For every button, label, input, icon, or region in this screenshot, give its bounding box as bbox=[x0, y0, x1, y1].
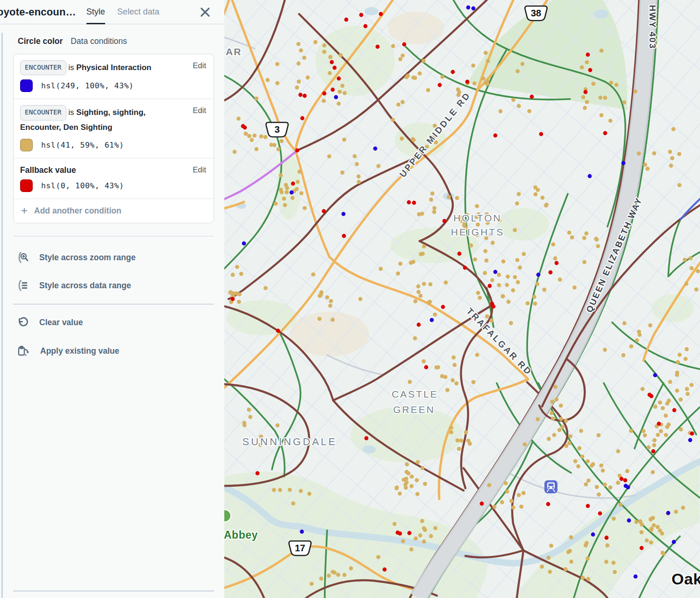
dot-sighting bbox=[515, 69, 520, 73]
map-area[interactable]: 38317ARHOLTONHEIGHTSSUNNINGDALECASTLEGRE… bbox=[224, 0, 700, 598]
dot-sighting bbox=[275, 62, 279, 66]
dot-sighting bbox=[643, 434, 647, 438]
dot-sighting bbox=[457, 90, 461, 94]
dot-sighting bbox=[560, 425, 564, 429]
dot-sighting bbox=[394, 486, 399, 491]
dot-sighting bbox=[285, 190, 289, 194]
dot-sighting bbox=[376, 555, 380, 559]
dot-fallback bbox=[299, 93, 303, 97]
panel-bottom-divider bbox=[13, 591, 214, 591]
dot-sighting bbox=[513, 275, 517, 279]
tab-select-data[interactable]: Select data bbox=[117, 0, 159, 24]
tab-style[interactable]: Style bbox=[86, 0, 105, 24]
dot-sighting bbox=[349, 566, 353, 570]
dot-sighting bbox=[338, 90, 342, 94]
dot-physical-interaction bbox=[672, 540, 676, 544]
close-icon[interactable] bbox=[199, 6, 211, 18]
dot-sighting bbox=[418, 534, 422, 538]
dot-physical-interaction bbox=[621, 161, 626, 165]
dot-sighting bbox=[411, 137, 415, 142]
svg-text:AR: AR bbox=[226, 46, 242, 57]
dot-sighting bbox=[259, 135, 264, 139]
dot-sighting bbox=[638, 519, 643, 523]
dot-physical-interaction bbox=[626, 485, 630, 490]
dot-sighting bbox=[484, 51, 488, 55]
edit-link[interactable]: Edit bbox=[193, 61, 206, 70]
dot-sighting bbox=[689, 256, 693, 260]
dot-sighting bbox=[543, 288, 547, 292]
dot-sighting bbox=[694, 287, 699, 292]
dot-sighting bbox=[612, 561, 616, 565]
dot-sighting bbox=[490, 278, 494, 282]
dot-sighting bbox=[309, 582, 314, 586]
dot-sighting bbox=[250, 138, 254, 142]
svg-text:HOLTON: HOLTON bbox=[453, 213, 502, 223]
style-across-zoom-button[interactable]: Style across zoom range bbox=[17, 251, 214, 263]
color-swatch-blue[interactable] bbox=[20, 79, 33, 92]
condition-card-physical-interaction[interactable]: ENCOUNTER is Physical Interaction Edit h… bbox=[14, 54, 214, 99]
dot-fallback bbox=[303, 94, 307, 98]
apply-existing-value-button[interactable]: Apply existing value bbox=[17, 345, 214, 358]
map-canvas[interactable]: 38317ARHOLTONHEIGHTSSUNNINGDALECASTLEGRE… bbox=[224, 0, 700, 598]
property-mode[interactable]: Data conditions bbox=[71, 36, 127, 46]
dot-sighting bbox=[586, 478, 591, 483]
dot-sighting bbox=[247, 134, 251, 138]
svg-text:HEIGHTS: HEIGHTS bbox=[451, 227, 504, 237]
dot-sighting bbox=[235, 265, 239, 269]
dot-sighting bbox=[422, 244, 426, 249]
dot-fallback bbox=[690, 432, 694, 436]
dot-sighting bbox=[476, 291, 480, 295]
dot-sighting bbox=[551, 417, 555, 421]
field-chip[interactable]: ENCOUNTER bbox=[20, 105, 66, 120]
dot-sighting bbox=[491, 241, 495, 245]
dot-sighting bbox=[634, 520, 638, 524]
dot-sighting bbox=[544, 203, 548, 207]
add-condition-button[interactable]: + Add another condition bbox=[14, 199, 214, 223]
dot-sighting bbox=[468, 441, 472, 446]
dot-physical-interaction bbox=[666, 511, 671, 515]
svg-text:38: 38 bbox=[531, 8, 541, 18]
style-across-data-button[interactable]: Style across data range bbox=[17, 279, 214, 292]
dot-sighting bbox=[400, 136, 404, 141]
condition-card-sighting[interactable]: ENCOUNTER is Sighting, sighting, Encount… bbox=[14, 99, 214, 158]
dot-sighting bbox=[597, 433, 601, 437]
dot-sighting bbox=[659, 429, 663, 434]
edit-link[interactable]: Edit bbox=[193, 165, 206, 174]
edit-link[interactable]: Edit bbox=[193, 106, 206, 115]
dot-sighting bbox=[279, 173, 283, 178]
svg-text:SUNNINGDALE: SUNNINGDALE bbox=[243, 436, 337, 448]
dot-sighting bbox=[452, 363, 457, 367]
dot-sighting bbox=[317, 317, 321, 321]
dot-fallback bbox=[359, 13, 364, 17]
dot-sighting bbox=[237, 300, 241, 304]
dot-sighting bbox=[421, 359, 426, 363]
dot-sighting bbox=[519, 505, 523, 509]
dot-sighting bbox=[675, 389, 679, 393]
dot-fallback bbox=[407, 200, 411, 205]
dot-sighting bbox=[674, 510, 678, 514]
dot-sighting bbox=[329, 299, 333, 303]
dot-sighting bbox=[427, 300, 431, 305]
dot-sighting bbox=[614, 83, 619, 87]
dot-sighting bbox=[416, 290, 421, 294]
dot-fallback bbox=[344, 18, 349, 22]
clear-value-button[interactable]: Clear value bbox=[17, 317, 214, 329]
dot-sighting bbox=[500, 294, 505, 299]
field-chip[interactable]: ENCOUNTER bbox=[20, 60, 66, 75]
dot-sighting bbox=[679, 398, 683, 402]
dot-sighting bbox=[248, 415, 252, 419]
dot-sighting bbox=[340, 171, 344, 175]
dot-sighting bbox=[291, 501, 295, 505]
color-swatch-tan[interactable] bbox=[20, 139, 33, 151]
dot-sighting bbox=[564, 419, 568, 423]
dot-sighting bbox=[421, 466, 425, 470]
dot-sighting bbox=[686, 392, 690, 396]
dot-sighting bbox=[419, 294, 423, 298]
dot-physical-interaction bbox=[493, 270, 498, 274]
color-swatch-red[interactable] bbox=[20, 179, 33, 192]
dot-fallback bbox=[657, 422, 661, 426]
dot-sighting bbox=[534, 192, 538, 197]
condition-card-fallback[interactable]: Fallback value Edit hsl(0, 100%, 43%) bbox=[14, 158, 214, 199]
dot-sighting bbox=[306, 75, 310, 79]
dot-sighting bbox=[423, 528, 427, 532]
